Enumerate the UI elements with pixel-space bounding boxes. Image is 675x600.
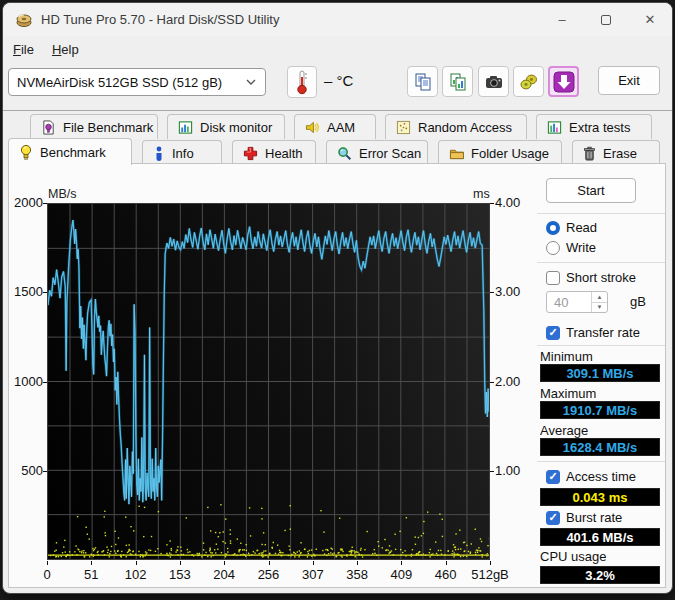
tab-aam[interactable]: AAM bbox=[294, 114, 376, 139]
y-left-tickmark bbox=[43, 382, 47, 383]
temperature-button[interactable] bbox=[287, 66, 317, 98]
extra-tests-icon bbox=[547, 120, 562, 135]
short-stroke-checkbox[interactable]: Short stroke bbox=[546, 270, 636, 285]
minimize-icon: – bbox=[558, 12, 565, 27]
tab-label: Extra tests bbox=[569, 120, 630, 135]
tab-label: AAM bbox=[327, 120, 355, 135]
transfer-rate-label: Transfer rate bbox=[566, 325, 640, 340]
access-time-checkbox[interactable]: ✓ Access time bbox=[546, 469, 636, 484]
copy-text-button[interactable] bbox=[407, 66, 438, 97]
exit-button[interactable]: Exit bbox=[598, 66, 660, 95]
cpu-usage-label: CPU usage bbox=[540, 549, 606, 564]
magnifier-icon bbox=[337, 146, 352, 161]
copy-image-button[interactable] bbox=[442, 66, 473, 97]
x-tickmark bbox=[313, 561, 314, 565]
y-right-axis-title: ms bbox=[473, 187, 490, 201]
y-right-tickmark bbox=[490, 382, 494, 383]
start-button[interactable]: Start bbox=[546, 178, 636, 203]
x-tickmark bbox=[180, 561, 181, 565]
stepper-down-icon[interactable]: ▼ bbox=[592, 302, 607, 313]
tab-label: Disk monitor bbox=[200, 120, 272, 135]
x-tickmark bbox=[357, 561, 358, 565]
x-tick-label: 358 bbox=[335, 567, 379, 582]
tab-file-benchmark[interactable]: File Benchmark bbox=[30, 114, 158, 139]
tab-label: Erase bbox=[603, 146, 637, 161]
tab-info[interactable]: Info bbox=[142, 140, 222, 165]
save-export-button[interactable] bbox=[548, 66, 579, 97]
y-left-tick-label: 2000 bbox=[8, 195, 43, 210]
minimize-button[interactable]: – bbox=[540, 4, 584, 36]
tab-label: Health bbox=[265, 146, 303, 161]
x-tick-label: 0 bbox=[25, 567, 69, 582]
disk-monitor-icon bbox=[178, 120, 193, 135]
x-tick-label: 204 bbox=[202, 567, 246, 582]
y-left-tick-label: 1000 bbox=[8, 374, 43, 389]
tab-erase[interactable]: Erase bbox=[572, 140, 660, 165]
radio-checked-icon bbox=[546, 221, 560, 235]
read-label: Read bbox=[566, 220, 597, 235]
tab-label: Benchmark bbox=[40, 145, 106, 160]
tab-extra-tests[interactable]: Extra tests bbox=[536, 114, 652, 139]
x-tickmark bbox=[401, 561, 402, 565]
tab-row-primary: Benchmark Info Health Error Scan bbox=[8, 138, 660, 164]
tab-folder-usage[interactable]: Folder Usage bbox=[438, 140, 562, 165]
y-right-tick-label: 2.00 bbox=[495, 374, 535, 389]
tab-benchmark[interactable]: Benchmark bbox=[8, 138, 132, 165]
capacity-value: 40 bbox=[547, 295, 591, 310]
checkbox-unchecked-icon bbox=[546, 271, 560, 285]
capacity-input[interactable]: 40 ▲ ▼ bbox=[546, 291, 608, 313]
chevron-down-icon bbox=[245, 78, 257, 86]
download-arrow-icon bbox=[553, 71, 575, 93]
maximize-button[interactable] bbox=[584, 4, 628, 36]
maximize-icon bbox=[601, 15, 611, 25]
y-left-tick-label: 1500 bbox=[8, 284, 43, 299]
close-button[interactable]: ✕ bbox=[628, 4, 672, 36]
title-bar: HD Tune Pro 5.70 - Hard Disk/SSD Utility… bbox=[3, 3, 672, 36]
health-cross-icon bbox=[243, 146, 258, 161]
y-left-axis-title: MB/s bbox=[48, 187, 76, 201]
x-tick-label: 307 bbox=[291, 567, 335, 582]
drive-select-dropdown[interactable]: NVMeAirDisk 512GB SSD (512 gB) bbox=[8, 68, 266, 96]
capacity-stepper[interactable]: ▲ ▼ bbox=[591, 292, 607, 312]
x-tickmark bbox=[91, 561, 92, 565]
tab-random-access[interactable]: Random Access bbox=[385, 114, 527, 139]
divider bbox=[537, 262, 665, 263]
tab-error-scan[interactable]: Error Scan bbox=[326, 140, 428, 165]
read-radio[interactable]: Read bbox=[546, 220, 597, 235]
x-tickmark bbox=[224, 561, 225, 565]
transfer-rate-checkbox[interactable]: ✓ Transfer rate bbox=[546, 325, 640, 340]
minimum-value: 309.1 MB/s bbox=[540, 364, 660, 382]
cpu-usage-value: 3.2% bbox=[540, 566, 660, 584]
speaker-icon bbox=[305, 120, 320, 135]
x-tickmark bbox=[269, 561, 270, 565]
write-radio[interactable]: Write bbox=[546, 240, 596, 255]
tab-label: Error Scan bbox=[359, 146, 421, 161]
app-logo-icon bbox=[15, 11, 33, 29]
drive-select-value: NVMeAirDisk 512GB SSD (512 gB) bbox=[17, 75, 245, 90]
x-tickmark bbox=[136, 561, 137, 565]
x-tick-label: 512gB bbox=[468, 567, 512, 582]
stepper-up-icon[interactable]: ▲ bbox=[592, 292, 607, 302]
checkbox-checked-icon: ✓ bbox=[546, 470, 560, 484]
copy-text-icon bbox=[413, 72, 433, 92]
maximum-label: Maximum bbox=[540, 386, 596, 401]
burst-rate-checkbox[interactable]: ✓ Burst rate bbox=[546, 510, 622, 525]
screenshot-button[interactable] bbox=[478, 66, 509, 97]
disks-icon bbox=[519, 72, 539, 92]
temperature-readout: – °C bbox=[324, 72, 353, 89]
disk-pair-button[interactable] bbox=[513, 66, 544, 97]
write-label: Write bbox=[566, 240, 596, 255]
short-stroke-label: Short stroke bbox=[566, 270, 636, 285]
menu-file[interactable]: File bbox=[5, 40, 42, 59]
tab-label: File Benchmark bbox=[63, 120, 153, 135]
tab-label: Info bbox=[172, 146, 194, 161]
camera-icon bbox=[484, 72, 504, 92]
x-tickmark bbox=[490, 561, 491, 565]
tab-health[interactable]: Health bbox=[232, 140, 316, 165]
checkbox-checked-icon: ✓ bbox=[546, 511, 560, 525]
window-title: HD Tune Pro 5.70 - Hard Disk/SSD Utility bbox=[41, 12, 279, 27]
x-tick-label: 256 bbox=[247, 567, 291, 582]
x-tick-label: 51 bbox=[69, 567, 113, 582]
menu-help[interactable]: Help bbox=[44, 40, 87, 59]
tab-disk-monitor[interactable]: Disk monitor bbox=[167, 114, 285, 139]
